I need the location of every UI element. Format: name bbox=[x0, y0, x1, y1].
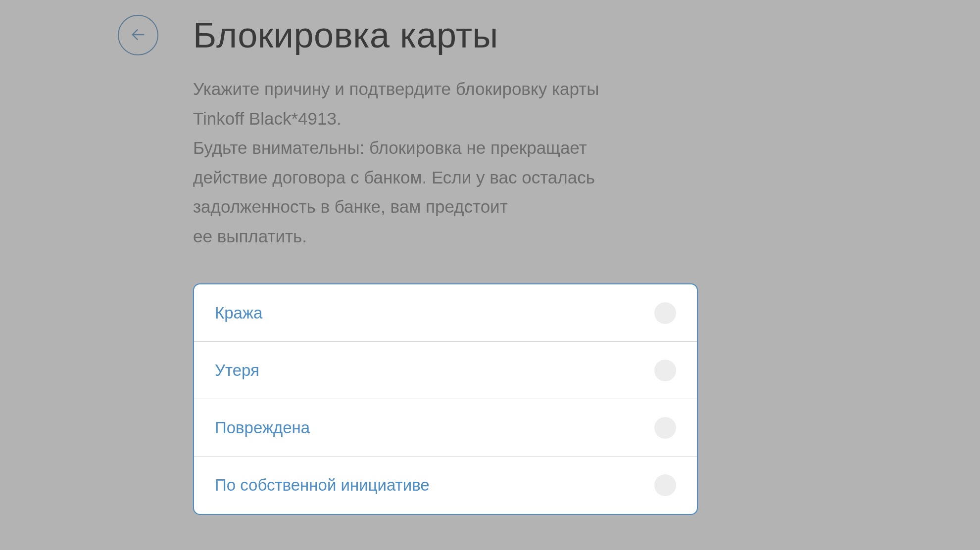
radio-icon bbox=[654, 302, 676, 324]
option-theft[interactable]: Кража bbox=[194, 284, 697, 342]
arrow-left-icon bbox=[130, 26, 147, 45]
page-container: Блокировка карты Укажите причину и подтв… bbox=[0, 0, 980, 550]
option-label: По собственной инициативе bbox=[215, 476, 430, 495]
radio-icon bbox=[654, 360, 676, 381]
option-own-initiative[interactable]: По собственной инициативе bbox=[194, 457, 697, 514]
description-line: задолженность в банке, вам предстоит bbox=[193, 197, 508, 216]
radio-icon bbox=[654, 474, 676, 496]
option-label: Кража bbox=[215, 304, 262, 322]
option-label: Утеря bbox=[215, 361, 259, 380]
page-title: Блокировка карты bbox=[193, 15, 498, 55]
description-line: Укажите причину и подтвердите блокировку… bbox=[193, 79, 599, 98]
description-text: Укажите причину и подтвердите блокировку… bbox=[193, 74, 698, 251]
option-label: Повреждена bbox=[215, 418, 310, 437]
option-loss[interactable]: Утеря bbox=[194, 342, 697, 399]
content-column: Укажите причину и подтвердите блокировку… bbox=[193, 74, 698, 515]
back-button[interactable] bbox=[118, 15, 158, 55]
description-line: действие договора с банком. Если у вас о… bbox=[193, 168, 595, 187]
description-line: ее выплатить. bbox=[193, 227, 307, 246]
header-row: Блокировка карты bbox=[118, 15, 980, 55]
description-line: Будьте внимательны: блокировка не прекра… bbox=[193, 138, 587, 157]
radio-icon bbox=[654, 417, 676, 439]
reason-options-card: Кража Утеря Повреждена По собственной ин… bbox=[193, 283, 698, 515]
option-damaged[interactable]: Повреждена bbox=[194, 399, 697, 457]
description-line: Tinkoff Black*4913. bbox=[193, 109, 342, 128]
